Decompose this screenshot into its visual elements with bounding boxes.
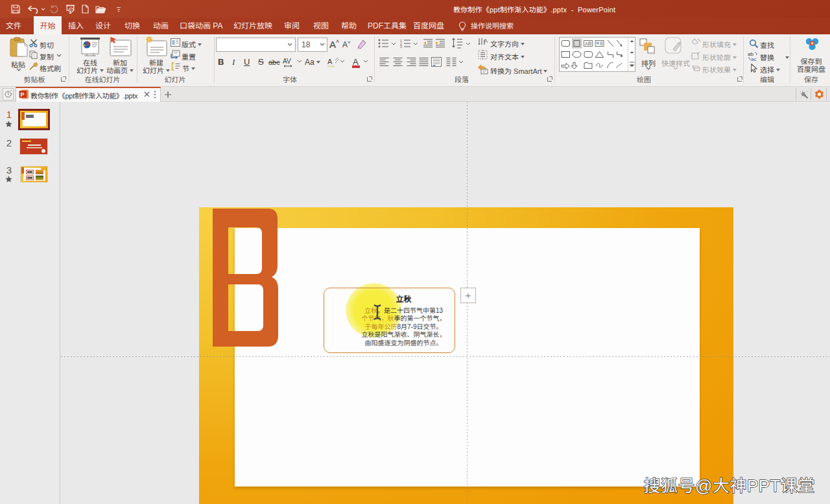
svg-text:ac: ac	[751, 56, 756, 61]
svg-text:A: A	[327, 58, 333, 65]
svg-text:AV: AV	[283, 58, 291, 65]
svg-text:3: 3	[400, 45, 402, 48]
svg-text:P: P	[21, 91, 25, 98]
svg-text:A: A	[585, 41, 588, 46]
svg-text:A: A	[484, 38, 488, 44]
